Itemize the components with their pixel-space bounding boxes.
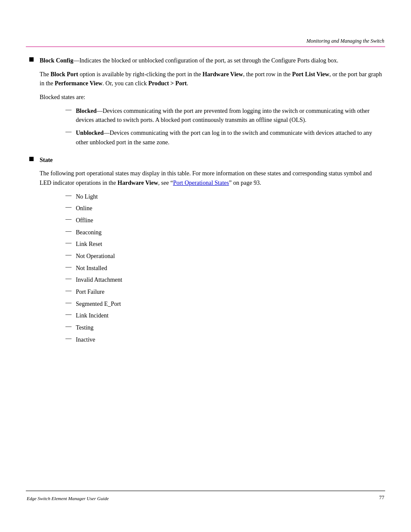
state-dash-10: —: [65, 311, 72, 318]
state-dash-12: —: [65, 335, 72, 342]
state-intro-end: ” on page 93.: [229, 180, 262, 186]
state-list-item: —Invalid Attachment: [65, 275, 384, 285]
footer-left: Edge Switch Element Manager User Guide: [27, 496, 109, 501]
block-config-content: Block Config—Indicates the blocked or un…: [40, 56, 384, 150]
state-bullet: State The following port operational sta…: [27, 156, 384, 347]
state-dash-11: —: [65, 323, 72, 330]
blocked-content: Blocked—Devices communicating with the p…: [76, 106, 384, 125]
state-list-item: —Link Reset: [65, 240, 384, 249]
state-item-text-11: Testing: [76, 323, 93, 333]
blocked-bold: Blocked: [76, 108, 97, 114]
bc-m1: option is available by right-clicking th…: [78, 71, 202, 78]
bullet-square-2: [29, 157, 34, 161]
state-item-text-9: Segmented E_Port: [76, 299, 121, 309]
bc-m2: , the port row in the: [243, 71, 292, 78]
footer-page-number: 77: [379, 495, 384, 501]
state-dash-5: —: [65, 252, 72, 258]
state-item-text-10: Link Incident: [76, 311, 109, 320]
state-item-text-5: Not Operational: [76, 252, 115, 261]
bc-bold5: Product > Port: [148, 80, 187, 87]
state-list-item: —Segmented E_Port: [65, 299, 384, 309]
state-item-text-4: Link Reset: [76, 240, 102, 249]
state-list-item: —Testing: [65, 323, 384, 333]
state-dash-1: —: [65, 204, 72, 211]
state-dash-4: —: [65, 240, 72, 246]
unblocked-content: Unblocked—Devices communicating with the…: [76, 128, 384, 147]
blocked-states-intro: Blocked states are:: [40, 93, 384, 102]
unblocked-bold: Unblocked: [76, 130, 104, 136]
block-config-text1: —Indicates the blocked or unblocked conf…: [73, 57, 338, 64]
block-config-para1: Block Config—Indicates the blocked or un…: [40, 56, 384, 65]
state-dash-0: —: [65, 192, 72, 199]
header-text: Monitoring and Managing the Switch: [306, 38, 384, 44]
state-list: —No Light—Online—Offline—Beaconing—Link …: [40, 192, 384, 345]
state-dash-9: —: [65, 299, 72, 306]
state-dash-6: —: [65, 264, 72, 271]
state-list-item: —Port Failure: [65, 287, 384, 297]
bc-p1: The: [40, 71, 50, 78]
bc-bold2: Hardware View: [202, 71, 243, 78]
state-list-item: —Online: [65, 204, 384, 213]
state-list-item: —Not Installed: [65, 264, 384, 273]
state-item-text-8: Port Failure: [76, 287, 105, 297]
block-config-para2: The Block Port option is available by ri…: [40, 70, 384, 88]
state-list-item: —Offline: [65, 216, 384, 225]
state-item-text-1: Online: [76, 204, 92, 213]
unblocked-dash-item: — Unblocked—Devices communicating with t…: [65, 128, 384, 147]
state-list-item: —Inactive: [65, 335, 384, 345]
state-list-item: —No Light: [65, 192, 384, 202]
state-list-item: —Link Incident: [65, 311, 384, 320]
header-rule: [26, 47, 385, 47]
state-item-text-6: Not Installed: [76, 264, 107, 273]
state-item-text-2: Offline: [76, 216, 93, 225]
blocked-dash: —: [65, 106, 72, 113]
block-config-label: Block Config: [40, 57, 73, 64]
bc-m4: . Or, you can click: [103, 80, 148, 87]
blocked-text: —Devices communicating with the port are…: [76, 108, 370, 124]
state-intro-mid: , see “: [158, 180, 173, 186]
port-operational-states-link[interactable]: Port Operational States: [173, 180, 229, 186]
state-label-para: State: [40, 156, 384, 165]
page-container: Monitoring and Managing the Switch Block…: [0, 0, 411, 532]
state-item-text-12: Inactive: [76, 335, 95, 345]
state-dash-3: —: [65, 228, 72, 235]
state-list-item: —Beaconing: [65, 228, 384, 237]
state-dash-7: —: [65, 275, 72, 282]
state-content: State The following port operational sta…: [40, 156, 384, 347]
bc-end: .: [187, 80, 189, 87]
unblocked-text: —Devices communicating with the port can…: [76, 130, 372, 146]
state-dash-2: —: [65, 216, 72, 223]
bullet-square-1: [29, 57, 34, 62]
state-item-text-3: Beaconing: [76, 228, 102, 237]
unblocked-dash: —: [65, 128, 72, 135]
block-config-bullet: Block Config—Indicates the blocked or un…: [27, 56, 384, 150]
state-intro-para: The following port operational states ma…: [40, 169, 384, 187]
main-content: Block Config—Indicates the blocked or un…: [27, 56, 384, 485]
bc-bold1: Block Port: [50, 71, 78, 78]
footer-rule: [26, 491, 385, 491]
state-list-item: —Not Operational: [65, 252, 384, 261]
state-intro-bold: Hardware View: [118, 180, 158, 186]
state-label: State: [40, 157, 53, 163]
state-dash-8: —: [65, 287, 72, 294]
blocked-dash-item: — Blocked—Devices communicating with the…: [65, 106, 384, 125]
state-item-text-0: No Light: [76, 192, 98, 202]
bc-bold3: Port List View: [292, 71, 329, 78]
state-item-text-7: Invalid Attachment: [76, 275, 122, 285]
bc-bold4: Performance View: [55, 80, 103, 87]
